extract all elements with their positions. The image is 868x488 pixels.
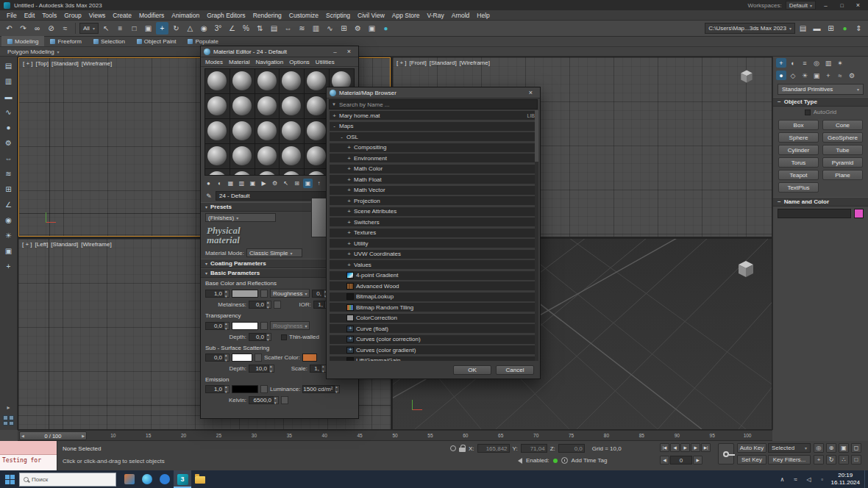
transparency-color-swatch[interactable]	[232, 322, 258, 330]
select-and-place-icon[interactable]: ◉	[198, 22, 210, 35]
taskbar-clock[interactable]: 20:19 16.11.2024	[831, 472, 860, 487]
menu-item[interactable]: Edit	[21, 10, 39, 21]
helpers-icon[interactable]: +	[823, 71, 833, 80]
scrollbar-thumb[interactable]	[535, 110, 538, 162]
rectangular-selection-region-icon[interactable]: □	[128, 22, 140, 35]
material-editor-icon[interactable]: ●	[3, 121, 15, 133]
browser-row[interactable]: + UVW Coordinates	[330, 250, 537, 259]
next-frame-icon[interactable]: ▶	[691, 443, 700, 452]
tray-notification-icon[interactable]: ▫	[818, 476, 827, 483]
object-color-swatch[interactable]	[854, 209, 864, 218]
map-browser-titlebar[interactable]: Material/Map Browser	[327, 87, 540, 98]
render-check-icon[interactable]: ●	[839, 22, 851, 35]
scale-spinner[interactable]: 1,	[310, 365, 327, 373]
material-sample-slot[interactable]	[280, 69, 304, 93]
material-sample-slot[interactable]	[255, 69, 280, 93]
select-by-name-icon[interactable]: ≡	[114, 22, 127, 35]
menu-item[interactable]: Arnold	[448, 10, 474, 21]
browser-row[interactable]: + Textures	[330, 229, 537, 237]
viewport-general-menu[interactable]: [ + ]	[396, 60, 407, 66]
kelvin-spinner[interactable]: 6500,0	[249, 396, 279, 404]
metalness-map-button[interactable]	[274, 301, 281, 309]
browser-row[interactable]: Curves (color gradient)	[330, 345, 537, 354]
select-and-scale-icon[interactable]: △	[184, 22, 196, 35]
angle-snap-icon[interactable]: ∠	[226, 22, 238, 35]
viewcube[interactable]	[739, 69, 754, 85]
taskbar-search[interactable]: Поиск	[19, 473, 116, 487]
orbit-icon[interactable]: ↻	[826, 455, 836, 464]
primitive-button[interactable]: Tube	[822, 145, 863, 155]
expander-icon[interactable]: +	[346, 198, 352, 204]
material-sample-slot[interactable]	[280, 144, 304, 168]
render-setup-icon[interactable]: ⚙	[352, 22, 364, 35]
menu-item[interactable]: App Store	[388, 10, 424, 21]
close-button[interactable]	[343, 47, 355, 56]
object-name-field[interactable]	[778, 209, 851, 218]
menu-item[interactable]: Create	[109, 10, 135, 21]
toggle-ribbon-icon[interactable]: ▬	[3, 90, 15, 102]
trackview-icon[interactable]: ∿	[3, 106, 15, 118]
viewport-layout-icon[interactable]	[3, 415, 15, 426]
ribbon-tab[interactable]: Modeling	[1, 36, 44, 46]
3dsmax-taskbar-icon[interactable]: 3	[174, 470, 191, 488]
go-to-parent-icon[interactable]: ↑	[314, 179, 324, 188]
select-and-rotate-icon[interactable]: ↻	[170, 22, 182, 35]
object-type-rollout[interactable]: Object Type	[773, 97, 868, 107]
browser-row[interactable]: + Projection	[330, 196, 537, 205]
array-icon[interactable]: ⊞	[3, 183, 15, 195]
timeline-tick[interactable]: 80	[589, 433, 625, 438]
start-button[interactable]	[0, 470, 19, 488]
scene-explorer-icon[interactable]: ▤	[3, 60, 15, 71]
app-icon-colored[interactable]	[121, 470, 138, 488]
browser-row[interactable]: + Math Color	[330, 165, 537, 173]
layer-explorer-icon[interactable]: ▤	[797, 22, 809, 35]
isolate-selection-icon[interactable]	[450, 445, 456, 451]
metalness-spinner[interactable]: 0,0	[249, 301, 271, 309]
material-sample-slot[interactable]	[230, 94, 255, 118]
menu-item[interactable]: Modifiers	[135, 10, 168, 21]
spinner-snap-icon[interactable]: ⇅	[254, 22, 266, 35]
percent-snap-icon[interactable]: %	[240, 22, 252, 35]
expander-icon[interactable]: +	[346, 144, 352, 151]
align-icon[interactable]: ≋	[3, 168, 15, 179]
align-icon[interactable]: ≋	[296, 22, 308, 35]
transparency-roughness-dropdown[interactable]: Roughness	[270, 321, 310, 330]
emission-map-button[interactable]	[260, 385, 268, 393]
emission-weight-spinner[interactable]: 1,0	[205, 385, 230, 393]
cameras-icon[interactable]: ▣	[811, 71, 822, 80]
set-keys-button[interactable]	[718, 443, 734, 464]
material-sample-slot[interactable]	[255, 94, 280, 118]
timeline-tick[interactable]: 10	[96, 433, 131, 438]
menu-item[interactable]: Views	[85, 10, 110, 21]
x-coordinate-field[interactable]: 165,842	[477, 444, 510, 453]
viewport-pov-menu[interactable]: [Top]	[36, 60, 49, 67]
material-sample-slot[interactable]	[280, 169, 304, 176]
project-path-dropdown[interactable]: C:\Users\Map...3ds Max 2023	[705, 23, 795, 34]
browser-row[interactable]: 4-point Gradient	[330, 271, 537, 280]
play-icon[interactable]: ▶	[680, 443, 690, 452]
next-key-icon[interactable]: ▶	[693, 456, 702, 464]
viewport-general-menu[interactable]: [ + ]	[23, 60, 33, 67]
material-sample-slot[interactable]	[205, 119, 230, 143]
display-tab-icon[interactable]: ▥	[823, 58, 833, 68]
current-frame-field[interactable]: 0	[670, 456, 692, 464]
material-sample-slot[interactable]	[205, 94, 230, 118]
pan-icon[interactable]: +	[814, 455, 824, 464]
window-crossing-icon[interactable]: ▣	[142, 22, 154, 35]
select-and-link-icon[interactable]: ∞	[31, 22, 43, 35]
material-map-navigator-icon[interactable]: ⊞	[292, 179, 302, 188]
menu-item[interactable]: Material	[229, 59, 249, 65]
browser-row[interactable]: + Math Float	[330, 175, 537, 184]
sample-tiling-icon[interactable]: ▥	[237, 179, 246, 188]
timeline-tick[interactable]: 40	[307, 433, 342, 438]
menu-item[interactable]: Animation	[168, 10, 203, 21]
browser-row[interactable]: Curves (color correction)	[330, 335, 537, 344]
thin-walled-checkbox[interactable]	[281, 334, 287, 340]
key-filters-button[interactable]: Key Filters...	[768, 455, 811, 464]
scatter-color-swatch[interactable]	[302, 354, 317, 362]
sss-color-swatch[interactable]	[232, 354, 252, 362]
primitive-button[interactable]: TextPlus	[778, 182, 819, 193]
edge-browser-icon[interactable]	[138, 470, 156, 488]
transparency-depth-spinner[interactable]: 0,0	[249, 333, 271, 341]
layer-explorer-icon[interactable]: ▥	[3, 75, 15, 87]
